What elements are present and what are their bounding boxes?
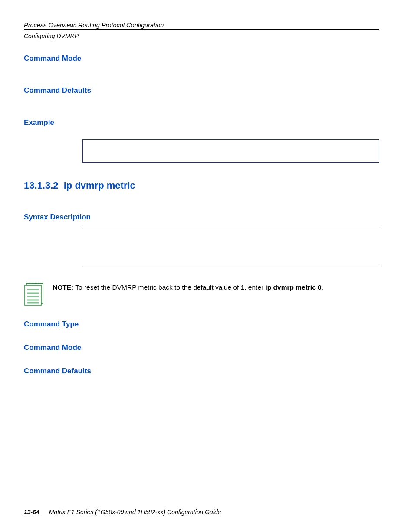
note-text-2: . [322,284,323,291]
heading-command-mode-2: Command Mode [24,343,379,352]
note-text-1: To reset the DVMRP metric back to the de… [75,284,265,291]
header-rule [24,29,379,30]
heading-command-defaults-1: Command Defaults [24,86,379,95]
page-footer: 13-64 Matrix E1 Series (1G58x-09 and 1H5… [24,509,221,516]
note-block: NOTE: To reset the DVMRP metric back to … [24,282,379,308]
guide-title: Matrix E1 Series (1G58x-09 and 1H582-xx)… [49,509,221,516]
note-command: ip dvmrp metric 0 [266,284,322,291]
syntax-table [82,227,379,264]
syntax-bottom-rule [82,264,379,264]
heading-example: Example [24,118,379,127]
header-chapter: Process Overview: Routing Protocol Confi… [24,22,379,29]
note-label: NOTE: [53,284,73,291]
note-icon [24,282,45,308]
heading-command-mode-1: Command Mode [24,54,379,63]
header-sub: Configuring DVMRP [24,33,379,39]
section-number: 13.1.3.2 [24,180,59,191]
section-title: ip dvmrp metric [64,180,135,191]
heading-command-defaults-2: Command Defaults [24,367,379,375]
note-text: NOTE: To reset the DVMRP metric back to … [53,282,323,292]
page-number: 13-64 [24,509,39,516]
heading-syntax-description: Syntax Description [24,213,379,222]
heading-command-type: Command Type [24,320,379,329]
example-code-box [82,139,379,163]
section-heading: 13.1.3.2 ip dvmrp metric [24,180,379,191]
